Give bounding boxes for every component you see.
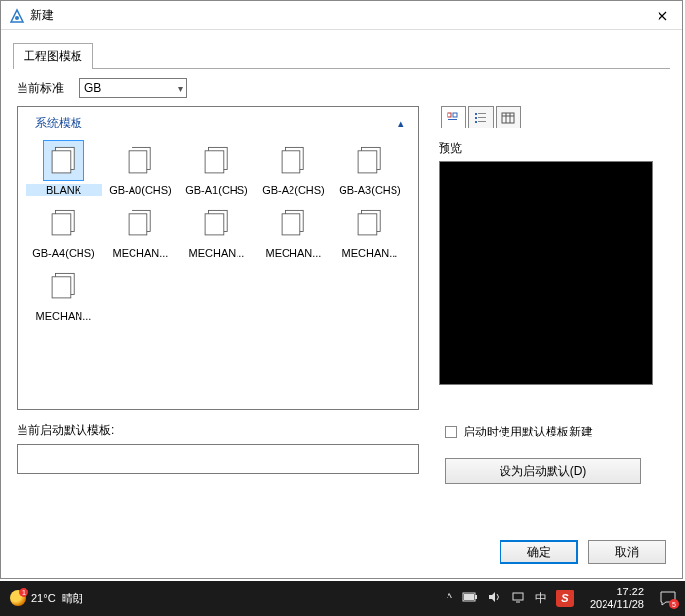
template-icon (197, 141, 237, 180)
template-icon (121, 204, 160, 243)
template-item[interactable]: GB-A2(CHS) (255, 137, 332, 200)
weather-icon: 1 (10, 590, 26, 606)
svg-rect-10 (502, 113, 514, 123)
battery-icon[interactable] (462, 591, 478, 605)
current-default-textbox[interactable] (17, 444, 419, 474)
svg-rect-1 (448, 113, 451, 117)
close-button[interactable] (643, 1, 682, 30)
tray-overflow-icon[interactable]: ^ (447, 591, 452, 605)
current-default-label: 当前启动默认模板: (17, 422, 419, 438)
template-icon (44, 267, 83, 306)
template-label: MECHAN... (179, 247, 255, 259)
template-label: GB-A4(CHS) (26, 247, 102, 259)
svg-point-0 (15, 16, 19, 20)
template-icon (121, 141, 160, 180)
titlebar: 新建 (1, 1, 682, 30)
template-label: BLANK (26, 184, 102, 196)
template-item[interactable]: GB-A1(CHS) (179, 137, 255, 200)
template-icon (44, 204, 83, 243)
standard-select[interactable]: GB ▾ (79, 78, 187, 98)
collapse-icon: ▴ (398, 117, 404, 129)
standard-value: GB (84, 81, 101, 95)
svg-rect-9 (478, 121, 486, 122)
template-item[interactable]: MECHAN... (332, 200, 408, 263)
tab-drawing-template[interactable]: 工程图模板 (13, 43, 93, 69)
template-item[interactable]: MECHAN... (179, 200, 255, 263)
template-list: 系统模板 ▴ BLANKGB-A0(CHS)GB-A1(CHS)GB-A2(CH… (17, 106, 419, 410)
chevron-down-icon: ▾ (178, 83, 183, 94)
cancel-button[interactable]: 取消 (588, 540, 666, 564)
svg-rect-15 (475, 595, 477, 599)
preview-box (439, 161, 653, 385)
template-icon (44, 141, 83, 180)
tab-strip: 工程图模板 (1, 30, 682, 68)
large-icons-view-button[interactable] (441, 106, 466, 128)
ok-button[interactable]: 确定 (500, 540, 578, 564)
startup-default-label: 启动时使用默认模板新建 (463, 424, 593, 440)
preview-label: 预览 (439, 140, 666, 157)
svg-rect-8 (475, 121, 477, 123)
dialog-title: 新建 (30, 7, 643, 24)
notification-icon[interactable]: 5 (659, 590, 677, 607)
template-item[interactable]: GB-A3(CHS) (332, 137, 408, 200)
template-item[interactable]: BLANK (26, 137, 102, 200)
list-view-button[interactable] (468, 106, 494, 128)
svg-rect-3 (448, 119, 457, 120)
template-label: GB-A3(CHS) (332, 184, 408, 196)
template-label: MECHAN... (332, 247, 408, 259)
svg-rect-6 (475, 117, 477, 119)
dialog-body: 当前标准 GB ▾ 系统模板 ▴ BLANKGB-A0(CHS)GB-A1(CH… (1, 69, 682, 531)
svg-rect-7 (478, 117, 486, 118)
clock[interactable]: 17:22 2024/11/28 (590, 586, 644, 611)
svg-rect-5 (478, 113, 486, 114)
startup-default-checkbox[interactable] (445, 426, 457, 438)
svg-rect-17 (513, 593, 523, 600)
view-mode-buttons (439, 106, 527, 128)
svg-rect-4 (475, 113, 477, 115)
app-icon (9, 8, 25, 24)
template-label: MECHAN... (26, 310, 102, 322)
template-item[interactable]: MECHAN... (102, 200, 179, 263)
template-label: GB-A0(CHS) (102, 184, 179, 196)
dialog-footer: 确定 取消 (1, 531, 682, 578)
svg-rect-16 (464, 594, 474, 600)
group-header[interactable]: 系统模板 ▴ (24, 111, 412, 137)
template-label: GB-A1(CHS) (179, 184, 255, 196)
template-label: GB-A2(CHS) (255, 184, 332, 196)
set-default-button[interactable]: 设为启动默认(D) (445, 458, 641, 484)
sogou-ime-icon[interactable]: S (556, 590, 574, 607)
template-icon (274, 141, 313, 180)
template-item[interactable]: MECHAN... (255, 200, 332, 263)
ime-icon[interactable]: 中 (535, 590, 547, 607)
standard-label: 当前标准 (17, 80, 64, 97)
template-label: MECHAN... (102, 247, 179, 259)
detail-view-button[interactable] (496, 106, 521, 128)
template-icon (350, 204, 390, 243)
template-item[interactable]: MECHAN... (26, 263, 102, 326)
template-item[interactable]: GB-A4(CHS) (26, 200, 102, 263)
taskbar-weather[interactable]: 1 21°C 晴朗 (10, 590, 447, 606)
template-icon (274, 204, 313, 243)
template-icon (350, 141, 390, 180)
taskbar: 1 21°C 晴朗 ^ 中 S 17:22 2024/11/28 5 (0, 581, 685, 616)
volume-icon[interactable] (488, 591, 501, 606)
template-item[interactable]: GB-A0(CHS) (102, 137, 179, 200)
template-label: MECHAN... (255, 247, 332, 259)
svg-rect-2 (453, 113, 457, 117)
new-dialog: 新建 工程图模板 当前标准 GB ▾ 系统模板 ▴ BLANKGB-A0(CHS… (0, 0, 683, 579)
network-icon[interactable] (511, 591, 525, 606)
system-tray: ^ 中 S 17:22 2024/11/28 5 (447, 586, 677, 611)
template-icon (197, 204, 237, 243)
